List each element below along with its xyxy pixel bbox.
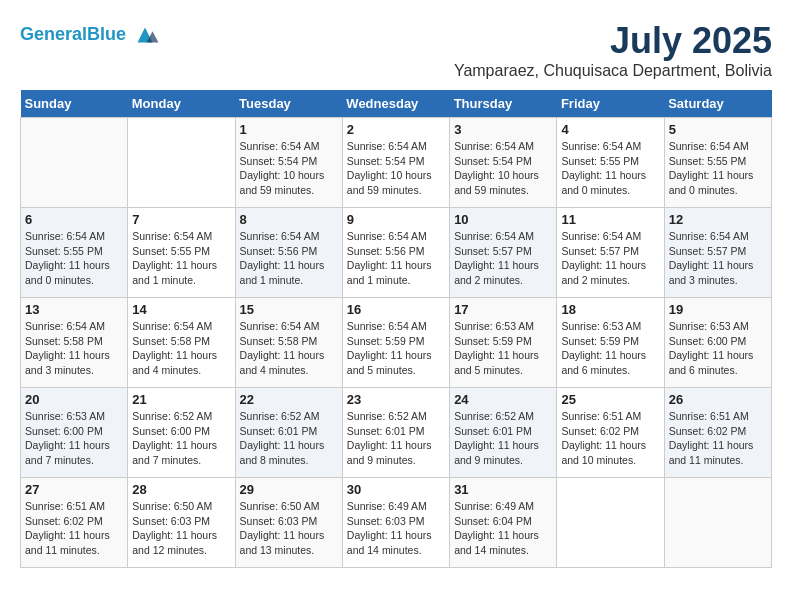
- day-number: 28: [132, 482, 230, 497]
- calendar-week-row: 20Sunrise: 6:53 AMSunset: 6:00 PMDayligh…: [21, 388, 772, 478]
- logo-icon: [130, 20, 160, 50]
- day-number: 26: [669, 392, 767, 407]
- calendar-cell: 12Sunrise: 6:54 AMSunset: 5:57 PMDayligh…: [664, 208, 771, 298]
- calendar-cell: 3Sunrise: 6:54 AMSunset: 5:54 PMDaylight…: [450, 118, 557, 208]
- calendar-cell: 8Sunrise: 6:54 AMSunset: 5:56 PMDaylight…: [235, 208, 342, 298]
- logo-line1: General: [20, 24, 87, 44]
- calendar-cell: 1Sunrise: 6:54 AMSunset: 5:54 PMDaylight…: [235, 118, 342, 208]
- day-info: Sunrise: 6:52 AMSunset: 6:01 PMDaylight:…: [454, 409, 552, 468]
- calendar-cell: 11Sunrise: 6:54 AMSunset: 5:57 PMDayligh…: [557, 208, 664, 298]
- day-info: Sunrise: 6:54 AMSunset: 5:57 PMDaylight:…: [454, 229, 552, 288]
- calendar-week-row: 1Sunrise: 6:54 AMSunset: 5:54 PMDaylight…: [21, 118, 772, 208]
- calendar-cell: 30Sunrise: 6:49 AMSunset: 6:03 PMDayligh…: [342, 478, 449, 568]
- weekday-header: Wednesday: [342, 90, 449, 118]
- day-info: Sunrise: 6:54 AMSunset: 5:57 PMDaylight:…: [669, 229, 767, 288]
- day-number: 11: [561, 212, 659, 227]
- day-number: 16: [347, 302, 445, 317]
- calendar-cell: 14Sunrise: 6:54 AMSunset: 5:58 PMDayligh…: [128, 298, 235, 388]
- day-info: Sunrise: 6:54 AMSunset: 5:54 PMDaylight:…: [347, 139, 445, 198]
- calendar-cell: 29Sunrise: 6:50 AMSunset: 6:03 PMDayligh…: [235, 478, 342, 568]
- day-number: 6: [25, 212, 123, 227]
- day-number: 8: [240, 212, 338, 227]
- day-number: 5: [669, 122, 767, 137]
- day-info: Sunrise: 6:50 AMSunset: 6:03 PMDaylight:…: [132, 499, 230, 558]
- logo-text: GeneralBlue: [20, 25, 126, 45]
- day-info: Sunrise: 6:54 AMSunset: 5:58 PMDaylight:…: [240, 319, 338, 378]
- calendar-cell: [664, 478, 771, 568]
- day-number: 7: [132, 212, 230, 227]
- calendar-cell: 22Sunrise: 6:52 AMSunset: 6:01 PMDayligh…: [235, 388, 342, 478]
- calendar-cell: 7Sunrise: 6:54 AMSunset: 5:55 PMDaylight…: [128, 208, 235, 298]
- calendar-cell: 17Sunrise: 6:53 AMSunset: 5:59 PMDayligh…: [450, 298, 557, 388]
- day-number: 27: [25, 482, 123, 497]
- day-number: 2: [347, 122, 445, 137]
- calendar-cell: 13Sunrise: 6:54 AMSunset: 5:58 PMDayligh…: [21, 298, 128, 388]
- month-year: July 2025: [454, 20, 772, 62]
- day-number: 15: [240, 302, 338, 317]
- day-number: 23: [347, 392, 445, 407]
- logo-line2: Blue: [87, 24, 126, 44]
- calendar-cell: [128, 118, 235, 208]
- day-number: 10: [454, 212, 552, 227]
- calendar-cell: 23Sunrise: 6:52 AMSunset: 6:01 PMDayligh…: [342, 388, 449, 478]
- day-info: Sunrise: 6:51 AMSunset: 6:02 PMDaylight:…: [669, 409, 767, 468]
- day-info: Sunrise: 6:54 AMSunset: 5:58 PMDaylight:…: [132, 319, 230, 378]
- calendar-cell: 2Sunrise: 6:54 AMSunset: 5:54 PMDaylight…: [342, 118, 449, 208]
- calendar-cell: 21Sunrise: 6:52 AMSunset: 6:00 PMDayligh…: [128, 388, 235, 478]
- weekday-header: Monday: [128, 90, 235, 118]
- weekday-header-row: SundayMondayTuesdayWednesdayThursdayFrid…: [21, 90, 772, 118]
- calendar-cell: 10Sunrise: 6:54 AMSunset: 5:57 PMDayligh…: [450, 208, 557, 298]
- calendar-cell: 25Sunrise: 6:51 AMSunset: 6:02 PMDayligh…: [557, 388, 664, 478]
- logo: GeneralBlue: [20, 20, 160, 50]
- day-number: 13: [25, 302, 123, 317]
- calendar-cell: 16Sunrise: 6:54 AMSunset: 5:59 PMDayligh…: [342, 298, 449, 388]
- weekday-header: Saturday: [664, 90, 771, 118]
- weekday-header: Thursday: [450, 90, 557, 118]
- day-info: Sunrise: 6:54 AMSunset: 5:54 PMDaylight:…: [240, 139, 338, 198]
- day-info: Sunrise: 6:54 AMSunset: 5:55 PMDaylight:…: [25, 229, 123, 288]
- day-info: Sunrise: 6:54 AMSunset: 5:59 PMDaylight:…: [347, 319, 445, 378]
- page-header: GeneralBlue July 2025 Yamparaez, Chuquis…: [20, 20, 772, 80]
- day-number: 4: [561, 122, 659, 137]
- calendar-cell: 31Sunrise: 6:49 AMSunset: 6:04 PMDayligh…: [450, 478, 557, 568]
- day-info: Sunrise: 6:52 AMSunset: 6:01 PMDaylight:…: [240, 409, 338, 468]
- calendar-week-row: 6Sunrise: 6:54 AMSunset: 5:55 PMDaylight…: [21, 208, 772, 298]
- day-number: 24: [454, 392, 552, 407]
- calendar-cell: 5Sunrise: 6:54 AMSunset: 5:55 PMDaylight…: [664, 118, 771, 208]
- day-info: Sunrise: 6:54 AMSunset: 5:56 PMDaylight:…: [347, 229, 445, 288]
- day-number: 31: [454, 482, 552, 497]
- day-info: Sunrise: 6:54 AMSunset: 5:55 PMDaylight:…: [561, 139, 659, 198]
- day-info: Sunrise: 6:54 AMSunset: 5:56 PMDaylight:…: [240, 229, 338, 288]
- calendar-cell: 4Sunrise: 6:54 AMSunset: 5:55 PMDaylight…: [557, 118, 664, 208]
- day-info: Sunrise: 6:52 AMSunset: 6:00 PMDaylight:…: [132, 409, 230, 468]
- calendar-cell: 28Sunrise: 6:50 AMSunset: 6:03 PMDayligh…: [128, 478, 235, 568]
- calendar-table: SundayMondayTuesdayWednesdayThursdayFrid…: [20, 90, 772, 568]
- calendar-cell: 15Sunrise: 6:54 AMSunset: 5:58 PMDayligh…: [235, 298, 342, 388]
- calendar-cell: 26Sunrise: 6:51 AMSunset: 6:02 PMDayligh…: [664, 388, 771, 478]
- calendar-cell: 18Sunrise: 6:53 AMSunset: 5:59 PMDayligh…: [557, 298, 664, 388]
- day-info: Sunrise: 6:50 AMSunset: 6:03 PMDaylight:…: [240, 499, 338, 558]
- day-number: 22: [240, 392, 338, 407]
- day-number: 29: [240, 482, 338, 497]
- weekday-header: Tuesday: [235, 90, 342, 118]
- day-info: Sunrise: 6:54 AMSunset: 5:57 PMDaylight:…: [561, 229, 659, 288]
- day-info: Sunrise: 6:53 AMSunset: 5:59 PMDaylight:…: [561, 319, 659, 378]
- day-info: Sunrise: 6:53 AMSunset: 6:00 PMDaylight:…: [25, 409, 123, 468]
- day-info: Sunrise: 6:49 AMSunset: 6:03 PMDaylight:…: [347, 499, 445, 558]
- calendar-cell: 20Sunrise: 6:53 AMSunset: 6:00 PMDayligh…: [21, 388, 128, 478]
- day-info: Sunrise: 6:54 AMSunset: 5:58 PMDaylight:…: [25, 319, 123, 378]
- day-number: 14: [132, 302, 230, 317]
- day-number: 20: [25, 392, 123, 407]
- day-info: Sunrise: 6:54 AMSunset: 5:55 PMDaylight:…: [669, 139, 767, 198]
- calendar-cell: [557, 478, 664, 568]
- day-info: Sunrise: 6:54 AMSunset: 5:55 PMDaylight:…: [132, 229, 230, 288]
- day-number: 25: [561, 392, 659, 407]
- day-info: Sunrise: 6:52 AMSunset: 6:01 PMDaylight:…: [347, 409, 445, 468]
- calendar-cell: [21, 118, 128, 208]
- day-number: 17: [454, 302, 552, 317]
- day-info: Sunrise: 6:54 AMSunset: 5:54 PMDaylight:…: [454, 139, 552, 198]
- day-number: 3: [454, 122, 552, 137]
- day-number: 9: [347, 212, 445, 227]
- calendar-cell: 9Sunrise: 6:54 AMSunset: 5:56 PMDaylight…: [342, 208, 449, 298]
- day-number: 19: [669, 302, 767, 317]
